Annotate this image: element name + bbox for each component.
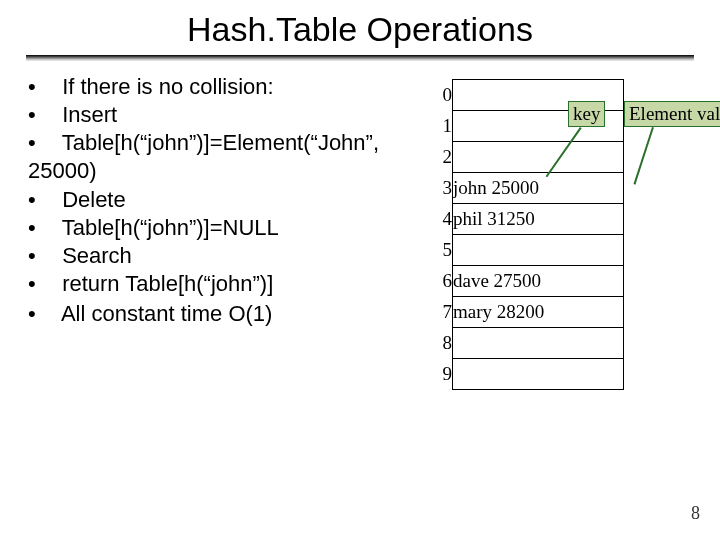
bullet-delete: Delete Table[h(“john”)]=NULL xyxy=(28,186,428,242)
row-index: 2 xyxy=(430,142,453,173)
table-row: 5 xyxy=(430,235,624,266)
bullet-text: Delete xyxy=(62,187,126,212)
row-index: 8 xyxy=(430,328,453,359)
table-row: 7mary 28200 xyxy=(430,297,624,328)
row-cell: mary 28200 xyxy=(453,297,624,328)
bullet-text: All constant time O(1) xyxy=(61,301,273,326)
bullet-text: Table[h(“john”)]=Element(“John”, 25000) xyxy=(28,130,379,183)
table-row: 2 xyxy=(430,142,624,173)
row-index: 4 xyxy=(430,204,453,235)
table-row: 6dave 27500 xyxy=(430,266,624,297)
row-index: 0 xyxy=(430,80,453,111)
callout-value: Element value xyxy=(624,101,720,127)
table-row: 9 xyxy=(430,359,624,390)
callout-key: key xyxy=(568,101,605,127)
row-cell xyxy=(453,142,624,173)
bullet-search-code: return Table[h(“john”)] xyxy=(28,270,428,298)
table-row: 8 xyxy=(430,328,624,359)
bullet-insert-code: Table[h(“john”)]=Element(“John”, 25000) xyxy=(28,129,428,185)
table-row: 4phil 31250 xyxy=(430,204,624,235)
bullet-text: return Table[h(“john”)] xyxy=(62,271,273,296)
row-cell: john 25000 xyxy=(453,173,624,204)
page-number: 8 xyxy=(691,503,700,524)
row-index: 9 xyxy=(430,359,453,390)
hash-table-diagram: key Element value 0 1 2 3john 25000 4phi… xyxy=(428,65,718,390)
row-index: 7 xyxy=(430,297,453,328)
row-index: 3 xyxy=(430,173,453,204)
content-row: If there is no collision: Insert Table[h… xyxy=(0,65,720,390)
bullet-delete-code: Table[h(“john”)]=NULL xyxy=(28,214,428,242)
row-cell xyxy=(453,235,624,266)
row-cell: dave 27500 xyxy=(453,266,624,297)
bullet-column: If there is no collision: Insert Table[h… xyxy=(28,65,428,330)
bullet-no-collision: If there is no collision: Insert Table[h… xyxy=(28,73,428,298)
bullet-text: Table[h(“john”)]=NULL xyxy=(62,215,279,240)
row-index: 5 xyxy=(430,235,453,266)
callout-value-leader xyxy=(633,127,653,185)
row-cell xyxy=(453,328,624,359)
bullet-text: Insert xyxy=(62,102,117,127)
row-cell xyxy=(453,359,624,390)
row-cell: phil 31250 xyxy=(453,204,624,235)
bullet-text: Search xyxy=(62,243,132,268)
bullet-text: If there is no collision: xyxy=(62,74,274,99)
slide-title: Hash.Table Operations xyxy=(0,0,720,55)
row-index: 1 xyxy=(430,111,453,142)
slide: Hash.Table Operations If there is no col… xyxy=(0,0,720,540)
bullet-search: Search return Table[h(“john”)] xyxy=(28,242,428,298)
row-index: 6 xyxy=(430,266,453,297)
title-underline xyxy=(26,55,694,61)
bullet-insert: Insert Table[h(“john”)]=Element(“John”, … xyxy=(28,101,428,185)
bullet-complexity: All constant time O(1) xyxy=(28,300,428,328)
table-row: 3john 25000 xyxy=(430,173,624,204)
